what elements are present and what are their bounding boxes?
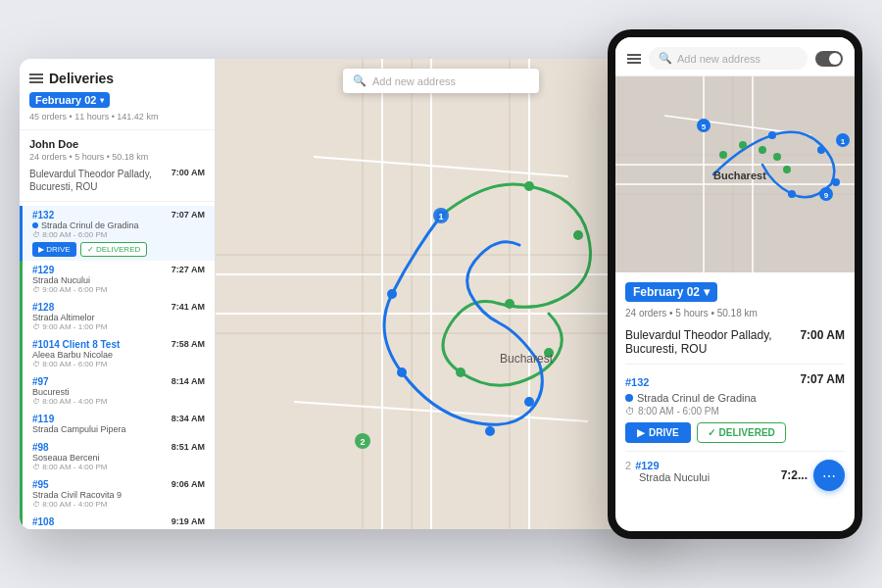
delivery-addr: Bucuresti (32, 387, 205, 397)
list-item[interactable]: #97 8:14 AM Bucuresti ⏱ 8:00 AM - 4:00 P… (20, 372, 215, 410)
delivery-time: 8:51 AM (172, 442, 205, 453)
mobile-top-bar: 🔍 Add new address (615, 37, 855, 76)
svg-point-50 (759, 146, 766, 154)
delivery-id: #129 (32, 265, 54, 275)
delivery-addr: Strada Civil Racovita 9 (32, 490, 205, 500)
first-delivery-addr: Bulevardul Theodor Pallady, Bucuresti, R… (29, 168, 157, 193)
svg-point-15 (573, 230, 583, 240)
mobile-actions: ▶ DRIVE ✓ DELIVERED (625, 422, 845, 443)
check-icon: ✓ (708, 427, 715, 438)
drive-icon: ▶ (637, 427, 645, 438)
mobile-addr-132: Strada Crinul de Gradina (637, 392, 757, 404)
sidebar-header: Deliveries February 02 ▾ 45 orders • 11 … (20, 59, 215, 130)
delivery-actions: ▶ DRIVE ✓ DELIVERED (32, 242, 205, 257)
svg-text:Bucharest: Bucharest (713, 170, 766, 181)
svg-text:1: 1 (438, 212, 443, 221)
mobile-delivery-132[interactable]: #132 7:07 AM Strada Crinul de Gradina ⏱ … (625, 372, 845, 443)
desktop-stats: 45 orders • 11 hours • 141.42 km (29, 112, 205, 122)
list-item[interactable]: #132 7:07 AM Strada Crinul de Gradina ⏱ … (20, 206, 215, 261)
map-search-icon: 🔍 (353, 74, 367, 87)
mobile-first-delivery[interactable]: Bulevardul Theodor Pallady, Bucuresti, R… (625, 328, 845, 356)
divider (625, 364, 845, 365)
svg-point-20 (397, 368, 407, 377)
list-item[interactable]: #129 7:27 AM Strada Nucului ⏱ 9:00 AM - … (20, 261, 215, 298)
delivered-button[interactable]: ✓ DELIVERED (80, 242, 148, 257)
mobile-time-129: 7:2... (781, 468, 808, 482)
mobile-date-badge[interactable]: February 02 ▾ (625, 282, 717, 302)
mobile-delivery-id: #132 (625, 376, 649, 388)
desktop-app: Deliveries February 02 ▾ 45 orders • 11 … (20, 59, 666, 529)
delivery-hours: ⏱ 8:00 AM - 4:00 PM (32, 463, 205, 471)
svg-text:2: 2 (360, 437, 365, 447)
delivery-id: #1014 Client 8 Test (32, 339, 120, 350)
delivery-hours: ⏱ 9:00 AM - 1:00 PM (32, 322, 205, 331)
driver-name: John Doe (29, 138, 205, 150)
delivery-time: 7:07 AM (172, 210, 205, 220)
mobile-date-arrow-icon: ▾ (704, 285, 710, 299)
map-search-bar[interactable]: 🔍 Add new address (343, 69, 539, 93)
delivery-addr: Strada Crinul de Gradina (41, 220, 139, 230)
svg-point-21 (485, 426, 495, 436)
delivery-hours: ⏱ 8:00 AM - 4:00 PM (32, 397, 205, 406)
delivery-hours: ⏱ 8:00 AM - 4:00 PM (32, 500, 205, 509)
map-search-text: Add new address (372, 75, 456, 87)
delivery-id: #108 (32, 516, 54, 527)
mobile-content: February 02 ▾ 24 orders • 5 hours • 50.1… (615, 272, 855, 531)
svg-point-38 (817, 146, 825, 154)
mobile-more-button[interactable]: ⋯ (813, 460, 845, 491)
blue-dot (625, 394, 633, 402)
mobile-delivery-time: 7:07 AM (800, 372, 845, 386)
svg-point-19 (387, 289, 397, 299)
delivery-hours: ⏱ 9:00 AM - 6:00 PM (32, 285, 205, 294)
delivery-id: #128 (32, 302, 54, 313)
desktop-date-text: February 02 (35, 94, 96, 106)
svg-rect-0 (216, 59, 666, 529)
delivery-hours: ⏱ 8:00 AM - 6:00 PM (32, 360, 205, 368)
mobile-delivery-id-129: #129 (635, 460, 659, 471)
svg-point-49 (739, 141, 747, 149)
mobile-delivery-129[interactable]: 2 #129 Strada Nucului 7:2... ⋯ (625, 460, 845, 491)
location-dot (32, 222, 38, 228)
mobile-search-placeholder: Add new address (677, 53, 760, 65)
sidebar-title-row: Deliveries (29, 71, 205, 86)
list-item[interactable]: #128 7:41 AM Strada Altimelor ⏱ 9:00 AM … (20, 298, 215, 335)
svg-point-48 (719, 151, 727, 159)
delivery-hours: ⏱ 8:00 AM - 6:00 PM (32, 230, 205, 239)
mobile-stats: 24 orders • 5 hours • 50.18 km (625, 308, 845, 318)
list-item[interactable]: #1014 Client 8 Test 7:58 AM Aleea Barbu … (20, 335, 215, 372)
list-item[interactable]: #98 8:51 AM Soseaua Berceni ⏱ 8:00 AM - … (20, 438, 215, 475)
hamburger-icon[interactable] (29, 74, 43, 83)
svg-point-37 (768, 131, 776, 139)
delivery-time: 9:19 AM (172, 516, 205, 527)
delivery-id: #98 (32, 442, 49, 453)
delivery-id: #119 (32, 414, 54, 424)
list-item[interactable]: #95 9:06 AM Strada Civil Racovita 9 ⏱ 8:… (20, 475, 215, 513)
date-arrow-icon: ▾ (100, 96, 104, 105)
mobile-hamburger-icon[interactable] (627, 54, 641, 64)
svg-text:9: 9 (824, 191, 829, 200)
delivery-time: 7:58 AM (172, 339, 205, 350)
svg-point-16 (505, 299, 514, 309)
list-item[interactable]: #108 9:19 AM (20, 513, 215, 529)
delivery-list: #132 7:07 AM Strada Crinul de Gradina ⏱ … (20, 202, 215, 529)
delivery-addr: Strada Nucului (32, 275, 205, 285)
driver-stats: 24 orders • 5 hours • 50.18 km (29, 152, 205, 162)
desktop-map: 🔍 Add new address (216, 59, 666, 529)
mobile-map-toggle[interactable] (815, 51, 843, 67)
svg-point-17 (456, 368, 466, 377)
mobile-drive-button[interactable]: ▶ DRIVE (625, 422, 691, 443)
mobile-search-bar[interactable]: 🔍 Add new address (649, 47, 808, 70)
delivery-time: 7:41 AM (172, 302, 205, 313)
mobile-app: 🔍 Add new address (608, 29, 862, 539)
scene: Deliveries February 02 ▾ 45 orders • 11 … (20, 29, 862, 559)
svg-point-40 (788, 190, 796, 198)
sidebar-title: Deliveries (49, 71, 114, 86)
drive-button[interactable]: ▶ DRIVE (32, 242, 76, 257)
svg-point-52 (783, 166, 791, 173)
desktop-date-badge[interactable]: February 02 ▾ (29, 92, 110, 108)
delivery-time: 7:27 AM (172, 265, 205, 275)
list-item[interactable]: #119 8:34 AM Strada Campului Pipera (20, 410, 215, 438)
mobile-addr-129: Strada Nucului (639, 471, 781, 483)
mobile-delivered-button[interactable]: ✓ DELIVERED (697, 422, 786, 443)
delivery-time: 8:14 AM (172, 376, 205, 387)
